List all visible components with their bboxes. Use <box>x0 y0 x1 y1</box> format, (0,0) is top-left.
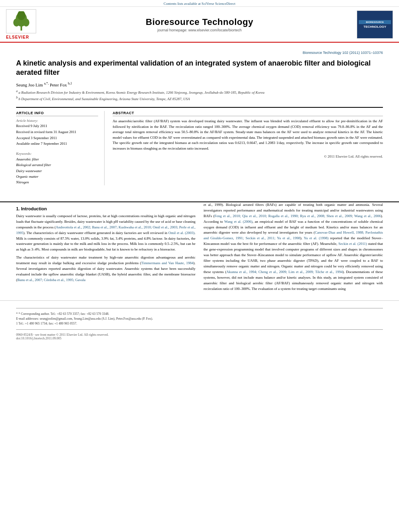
footer-divider-2 <box>16 329 383 330</box>
affiliation-b: b b Department of Civil, Environmental, … <box>16 96 383 101</box>
affiliation-a: a a Radiation Research Division for Indu… <box>16 89 383 94</box>
footer-copyright: 0960-8524/$ - see front matter © 2011 El… <box>16 333 383 340</box>
footnote1-note: 1 Tel.: +1 480 965 1734; fax: +1 480 965… <box>16 321 383 326</box>
ref-timmermans: Timmermans and Van Haute, 1984 <box>141 261 193 265</box>
elsevier-logo: ELSEVIER <box>6 9 42 39</box>
journal-top-bar: Contents lists available at SciVerse Sci… <box>0 0 399 7</box>
corresponding-text: * Corresponding author. Tel.: +82 63 570… <box>19 312 109 316</box>
elsevier-wordmark: ELSEVIER <box>6 35 29 39</box>
aff-b-text: b Department of Civil, Environmental, an… <box>19 97 190 101</box>
article-authors: Seung Joo Lim a,*, Peter Fox b,1 <box>16 82 383 87</box>
email-note: E-mail addresses: seungjoolim@gmail.com,… <box>16 316 383 321</box>
elsevier-tree-graphic <box>6 9 36 33</box>
bioresource-logo-main: TECHNOLOGY <box>364 25 386 29</box>
abstract-text: An anaerobic/aerobic filter (AF/BAF) sys… <box>113 119 383 151</box>
footnote1-text: 1 Tel.: +1 480 965 1734; fax: +1 480 965… <box>16 322 77 325</box>
col-left: 1. Introduction Dairy wastewater is usua… <box>16 202 195 294</box>
keyword-4: Organic matter <box>16 174 98 179</box>
corresponding-author-note: * * Corresponding author. Tel.: +82 63 5… <box>16 312 383 316</box>
keyword-3: Dairy wastewater <box>16 168 98 174</box>
keyword-1: Anaerobic filter <box>16 156 98 162</box>
article-citation: Bioresource Technology 102 (2011) 10371–… <box>16 51 383 55</box>
aff-a-text: a Radiation Research Division for Indust… <box>19 90 264 94</box>
article-title: A kinetic analysis and experimental vali… <box>16 59 383 78</box>
abstract-label: ABSTRACT <box>113 111 383 116</box>
intro-para-1: Dairy wastewater is usually composed of … <box>16 214 195 253</box>
paper-body: 1. Introduction Dairy wastewater is usua… <box>0 201 399 294</box>
ref-akunna: Akunna et al., 1994; Cheng et al., 2009;… <box>226 270 343 274</box>
elsevier-tree-icon <box>9 11 33 31</box>
bioresource-logo-top: BIORESOURCE <box>359 20 391 24</box>
available-online-date: Available online 7 September 2011 <box>16 141 98 146</box>
col-right: et al., 1999). Biological aerated filter… <box>204 202 383 294</box>
keyword-2: Biological aerated filter <box>16 162 98 168</box>
history-label: Article history: <box>16 119 98 123</box>
doi-text: doi:10.1016/j.biortech.2011.09.005 <box>16 337 62 340</box>
ref-seckin: Seckin et al. (2011) <box>338 242 367 246</box>
author-seung: Seung Joo Lim <box>16 82 43 87</box>
info-section: ARTICLE INFO Article history: Received 9… <box>16 107 383 185</box>
accepted-date: Accepted 3 September 2011 <box>16 136 98 141</box>
ref-feng: Feng et al., 2010; Qiu et al., 2010; Rog… <box>214 214 380 218</box>
author-peter: Peter Fox <box>50 82 67 87</box>
ref-banu: Banu et al., 2007; Córdoba et al., 1995;… <box>17 278 85 282</box>
keywords-list: Anaerobic filter Biological aerated filt… <box>16 156 98 185</box>
article-info-label: ARTICLE INFO <box>16 111 98 116</box>
bioresource-logo-box: BIORESOURCE TECHNOLOGY <box>357 10 393 39</box>
author-peter-super: b,1 <box>68 82 72 85</box>
ref-omil: Omil et al. (2003) <box>168 231 194 235</box>
right-para-1: et al., 1999). Biological aerated filter… <box>204 202 383 292</box>
svg-point-2 <box>13 18 20 27</box>
email-text: E-mail addresses: seungjoolim@gmail.com,… <box>16 317 153 320</box>
copyright-line: © 2011 Elsevier Ltd. All rights reserved… <box>113 154 383 158</box>
ref-yu: Yu et al. (1998) <box>304 236 328 240</box>
paper-footer: * * Corresponding author. Tel.: +82 63 5… <box>0 300 399 342</box>
journal-main-header: ELSEVIER Bioresource Technology journal … <box>0 7 399 42</box>
received-revised-date: Received in revised form 31 August 2011 <box>16 129 98 135</box>
issn-text: 0960-8524/$ - see front matter © 2011 El… <box>16 333 109 337</box>
keyword-5: Nitrogen <box>16 179 98 185</box>
article-info-panel: ARTICLE INFO Article history: Received 9… <box>16 111 105 185</box>
abstract-section: ABSTRACT An anaerobic/aerobic filter (AF… <box>113 111 383 185</box>
ref-wang: Wang et al. (2006) <box>224 220 253 224</box>
article-header: Bioresource Technology 102 (2011) 10371–… <box>0 43 399 195</box>
footer-divider <box>16 308 383 308</box>
author-seung-super: a,*, <box>44 82 49 85</box>
svg-point-3 <box>23 18 29 27</box>
received-date: Received 9 July 2011 <box>16 123 98 129</box>
section1-title: 1. Introduction <box>16 206 195 211</box>
sciverse-text: Contents lists available at SciVerse Sci… <box>164 2 236 6</box>
journal-header: Contents lists available at SciVerse Sci… <box>0 0 399 43</box>
ref-canovas: Canovas-Diaz and Howell, 1988; Pavlostat… <box>204 230 383 240</box>
intro-para-2: The characteristics of dairy wastewater … <box>16 255 195 283</box>
journal-title: Bioresource Technology <box>42 17 357 27</box>
keywords-label: Keywords: <box>16 152 98 156</box>
journal-title-center: Bioresource Technology journal homepage:… <box>42 17 357 32</box>
journal-homepage: journal homepage: www.elsevier.com/locat… <box>42 28 357 32</box>
